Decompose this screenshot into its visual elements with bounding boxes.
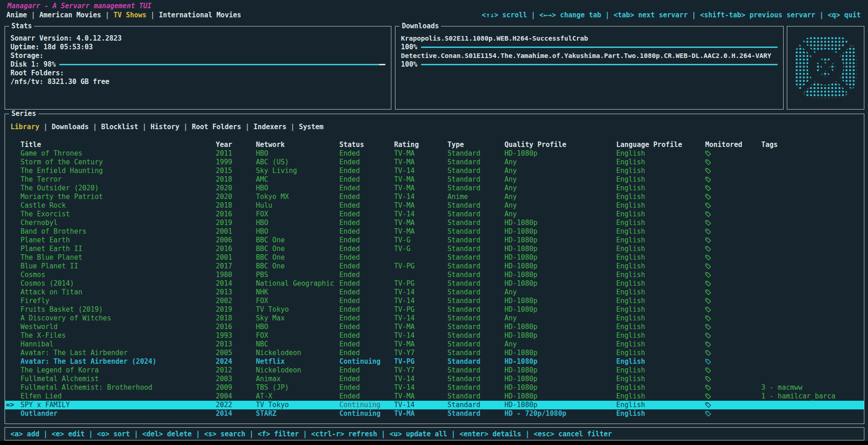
series-row-storm-of-the-century[interactable]: Storm of the Century1999ABC (US)EndedTV-… — [5, 158, 864, 167]
monitored-tag-icon — [705, 281, 711, 287]
cell-year: 2013 — [216, 288, 256, 297]
series-row-firefly[interactable]: Firefly2002FOXEndedTV-14StandardHD-1080p… — [5, 297, 864, 305]
series-row-the-exorcist[interactable]: The Exorcist2016FOXEndedTV-14StandardAny… — [5, 210, 864, 219]
series-row-the-outsider-2020[interactable]: The Outsider (2020)2020HBOEndedTV-MAStan… — [5, 184, 864, 193]
cell-title: Cosmos — [21, 271, 216, 279]
monitored-tag-icon — [705, 220, 711, 226]
series-row-fullmetal-alchemist-brotherhood[interactable]: Fullmetal Alchemist: Brotherhood2009TBS … — [5, 383, 864, 392]
series-row-avatar-the-last-airbender[interactable]: Avatar: The Last Airbender2005Nickelodeo… — [5, 349, 864, 357]
series-tab-blocklist[interactable]: Blocklist — [101, 123, 138, 131]
cell-monitored — [705, 281, 761, 287]
cell-title: Moriarty the Patriot — [21, 193, 216, 201]
cell-language-profile: English — [616, 193, 705, 201]
monitored-tag-icon — [705, 298, 711, 304]
series-tab-indexers[interactable]: Indexers — [254, 123, 286, 131]
servarr-tab-bar: Anime | American Movies | TV Shows | Int… — [6, 11, 241, 20]
series-row-the-x-files[interactable]: The X-Files1993FOXEndedTV-14StandardHD-1… — [5, 331, 864, 340]
cell-year: 2018 — [216, 314, 256, 323]
cell-quality-profile: Any — [504, 314, 616, 323]
cell-network: BBC One — [256, 236, 339, 245]
series-tab-bar: Library | Downloads | Blocklist | Histor… — [10, 123, 864, 131]
series-row-castle-rock[interactable]: Castle Rock2018HuluEndedTV-MAStandardAny… — [5, 201, 864, 210]
cell-quality-profile: HD-1080p — [504, 366, 616, 375]
series-row-the-terror[interactable]: The Terror2018AMCEndedTV-MAStandardAnyEn… — [5, 175, 864, 184]
tab-separator: | — [39, 123, 52, 131]
cell-network: Nickelodeon — [256, 349, 339, 357]
cell-type: Standard — [447, 210, 504, 219]
series-row-the-enfield-haunting[interactable]: The Enfield Haunting2015Sky LivingEndedT… — [5, 167, 864, 175]
monitored-tag-icon — [705, 341, 711, 347]
tab-tv-shows[interactable]: TV Shows — [114, 11, 146, 19]
column-header-monitored: Monitored — [705, 141, 761, 149]
series-row-moriarty-the-patriot[interactable]: Moriarty the Patriot2020Tokyo MXEndedTV-… — [5, 193, 864, 201]
cell-monitored — [705, 211, 761, 217]
series-row-planet-earth-ii[interactable]: Planet Earth II2016BBC OneEndedTV-GStand… — [5, 245, 864, 253]
cell-type: Standard — [447, 271, 504, 279]
series-row-fruits-basket-2019[interactable]: Fruits Basket (2019)2019TV TokyoEndedTV-… — [5, 305, 864, 314]
series-tab-root-folders[interactable]: Root Folders — [192, 123, 241, 131]
series-row-cosmos[interactable]: Cosmos1980PBSEndedStandardHD-1080pEnglis… — [5, 271, 864, 279]
download-progress-percent: 100% — [401, 60, 417, 69]
stats-panel-title: Stats — [9, 22, 34, 30]
key-hint: <u> update all — [390, 430, 447, 438]
cell-quality-profile: HD-1080p — [504, 401, 616, 409]
cell-language-profile: English — [616, 210, 705, 219]
series-row-cosmos-2014[interactable]: Cosmos (2014)2014National GeographicEnde… — [5, 279, 864, 288]
cell-type: Standard — [447, 288, 504, 297]
cell-title: Westworld — [21, 323, 216, 331]
series-row-a-discovery-of-witches[interactable]: A Discovery of Witches2018Sky MaxEndedTV… — [5, 314, 864, 323]
series-row-spy-x-family[interactable]: =>SPY x FAMILY2022TV TokyoContinuingTV-1… — [5, 401, 864, 409]
series-panel: Series Library | Downloads | Blocklist |… — [5, 114, 864, 424]
cell-status: Ended — [339, 227, 394, 236]
key-hint: <←→> change tab — [540, 11, 601, 19]
series-row-band-of-brothers[interactable]: Band of Brothers2001HBOEndedTV-MAStandar… — [5, 227, 864, 236]
cell-status: Ended — [339, 288, 394, 297]
tab-american-movies[interactable]: American Movies — [39, 11, 101, 19]
download-name: Krapopolis.S02E11.1080p.WEB.H264-Success… — [401, 34, 778, 43]
cell-year: 2016 — [216, 210, 256, 219]
series-row-outlander[interactable]: Outlander2014STARZContinuingTV-MAStandar… — [5, 409, 864, 418]
cell-rating: TV-Y7 — [394, 366, 447, 375]
monitored-tag-icon — [705, 289, 711, 295]
series-tab-library[interactable]: Library — [10, 123, 39, 131]
cell-language-profile: English — [616, 401, 705, 409]
cell-rating: TV-14 — [394, 297, 447, 305]
series-row-avatar-the-last-airbender-2024[interactable]: Avatar: The Last Airbender (2024)2024Net… — [5, 357, 864, 366]
series-row-attack-on-titan[interactable]: Attack on Titan2013NHKEndedTV-14Standard… — [5, 288, 864, 297]
cell-title: The Outsider (2020) — [21, 184, 216, 193]
cell-status: Continuing — [339, 409, 394, 418]
series-row-game-of-thrones[interactable]: Game of Thrones2011HBOEndedTV-MAStandard… — [5, 149, 864, 158]
series-row-blue-planet-ii[interactable]: Blue Planet II2017BBC OneEndedTV-PGStand… — [5, 262, 864, 271]
key-hint: <q> quit — [828, 11, 861, 19]
cell-status: Ended — [339, 383, 394, 392]
series-row-the-legend-of-korra[interactable]: The Legend of Korra2012NickelodeonEndedT… — [5, 366, 864, 375]
key-hint: <e> edit — [52, 430, 84, 438]
terminal-bottom-strip — [0, 441, 868, 445]
cell-language-profile: English — [616, 158, 705, 167]
cell-quality-profile: HD-1080p — [504, 331, 616, 340]
cell-monitored — [705, 289, 761, 295]
monitored-tag-icon — [705, 411, 711, 417]
series-row-westworld[interactable]: Westworld2016HBOEndedTV-MAStandardHD-108… — [5, 323, 864, 331]
series-row-the-blue-planet[interactable]: The Blue Planet2001BBC OneEndedStandardH… — [5, 253, 864, 262]
cell-quality-profile: Any — [504, 210, 616, 219]
series-row-hannibal[interactable]: Hannibal2013NBCEndedTV-MAStandardAnyEngl… — [5, 340, 864, 349]
cell-type: Standard — [447, 392, 504, 401]
tab-anime[interactable]: Anime — [6, 11, 27, 19]
cell-rating: TV-MA — [394, 184, 447, 193]
logo-panel — [787, 26, 864, 110]
series-row-chernobyl[interactable]: Chernobyl2019HBOEndedTV-MAStandardHD-108… — [5, 219, 864, 227]
cell-year: 2005 — [216, 349, 256, 357]
series-tab-downloads[interactable]: Downloads — [52, 123, 88, 131]
series-row-elfen-lied[interactable]: Elfen Lied2004AT-XEndedTV-MAStandardHD-1… — [5, 392, 864, 401]
series-tab-system[interactable]: System — [299, 123, 323, 131]
series-tab-history[interactable]: History — [151, 123, 179, 131]
cell-language-profile: English — [616, 305, 705, 314]
series-row-planet-earth[interactable]: Planet Earth2006BBC OneEndedTV-GStandard… — [5, 236, 864, 245]
hint-separator: | — [601, 11, 613, 19]
cell-rating: TV-MA — [394, 175, 447, 184]
tab-international-movies[interactable]: International Movies — [159, 11, 241, 19]
cell-language-profile: English — [616, 245, 705, 253]
cell-year: 2018 — [216, 175, 256, 184]
series-row-fullmetal-alchemist[interactable]: Fullmetal Alchemist2003AnimaxEndedTV-14S… — [5, 375, 864, 383]
